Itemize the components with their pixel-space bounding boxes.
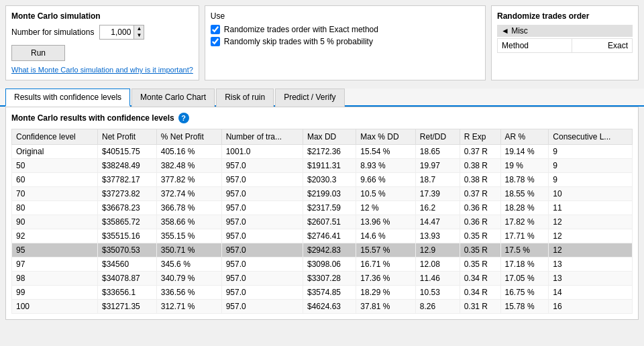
table-cell-4-6: 16.2 (415, 201, 460, 215)
tabs-bar: Results with confidence levels Monte Car… (0, 89, 644, 107)
table-cell-3-3: 957.0 (221, 187, 303, 201)
table-cell-10-3: 957.0 (221, 286, 303, 300)
table-cell-11-1: $31271.35 (98, 300, 157, 314)
misc-header[interactable]: ◄ Misc (497, 25, 633, 37)
table-cell-8-7: 0.35 R (460, 257, 500, 272)
table-cell-1-1: $38248.49 (98, 159, 157, 173)
table-cell-0-4: $2172.36 (303, 145, 356, 159)
table-cell-5-7: 0.36 R (460, 215, 500, 229)
table-cell-1-3: 957.0 (221, 159, 303, 173)
table-cell-0-9: 9 (549, 145, 633, 159)
sim-number-input[interactable]: ▲ ▼ (99, 25, 144, 40)
table-cell-6-2: 355.15 % (156, 229, 221, 243)
info-icon[interactable]: ? (178, 113, 189, 123)
monte-carlo-link[interactable]: What is Monte Carlo simulation and why i… (11, 66, 193, 74)
table-cell-9-4: $3307.28 (303, 272, 356, 286)
th-ret-dd: Ret/DD (415, 129, 460, 145)
table-cell-6-4: $2746.41 (303, 229, 356, 243)
table-cell-9-0: 98 (12, 272, 98, 286)
table-header-row: Confidence level Net Profit % Net Profit… (12, 129, 633, 145)
table-cell-9-5: 17.36 % (356, 272, 416, 286)
misc-header-label: ◄ Misc (501, 26, 528, 36)
table-row: 80$36678.23366.78 %957.0$2317.5912 %16.2… (12, 201, 633, 215)
table-cell-10-9: 14 (549, 286, 633, 300)
table-cell-4-8: 18.28 % (500, 201, 549, 215)
checkbox-skip[interactable] (211, 37, 220, 46)
table-cell-0-3: 1001.0 (221, 145, 303, 159)
table-cell-9-8: 17.05 % (500, 272, 549, 286)
table-cell-9-6: 11.46 (415, 272, 460, 286)
table-cell-7-1: $35070.53 (98, 243, 157, 257)
table-cell-6-6: 13.93 (415, 229, 460, 243)
misc-section: ◄ Misc Method Exact (497, 25, 633, 53)
misc-table: Method Exact (497, 38, 633, 53)
table-cell-1-5: 8.93 % (356, 159, 416, 173)
tab-predict[interactable]: Predict / Verify (275, 89, 344, 107)
checkbox-skip-label: Randomly skip trades with 5 % probabilit… (224, 37, 373, 46)
spin-down[interactable]: ▼ (134, 32, 144, 39)
table-cell-5-1: $35865.72 (98, 215, 157, 229)
table-cell-4-3: 957.0 (221, 201, 303, 215)
table-row: 50$38248.49382.48 %957.0$1911.318.93 %19… (12, 159, 633, 173)
table-cell-11-6: 8.26 (415, 300, 460, 314)
table-cell-6-8: 17.71 % (500, 229, 549, 243)
table-cell-0-0: Original (12, 145, 98, 159)
monte-carlo-panel: Monte Carlo simulation Number for simula… (5, 5, 199, 80)
table-cell-7-5: 15.57 % (356, 243, 416, 257)
table-cell-1-8: 19 % (500, 159, 549, 173)
table-cell-5-5: 13.96 % (356, 215, 416, 229)
table-cell-7-3: 957.0 (221, 243, 303, 257)
tab-results[interactable]: Results with confidence levels (5, 89, 130, 107)
table-cell-2-7: 0.38 R (460, 173, 500, 187)
th-cons-l: Consecutive L... (549, 129, 633, 145)
sim-label: Number for simulations (11, 27, 94, 37)
table-cell-11-5: 37.81 % (356, 300, 416, 314)
method-value-cell: Exact (572, 39, 632, 53)
table-cell-7-2: 350.71 % (156, 243, 221, 257)
table-cell-11-0: 100 (12, 300, 98, 314)
table-cell-2-5: 9.66 % (356, 173, 416, 187)
th-ar-pct: AR % (500, 129, 549, 145)
table-row: 99$33656.1336.56 %957.0$3574.8518.29 %10… (12, 286, 633, 300)
table-cell-4-9: 11 (549, 201, 633, 215)
table-row: 98$34078.87340.79 %957.0$3307.2817.36 %1… (12, 272, 633, 286)
results-section: Monte Carlo results with confidence leve… (5, 107, 639, 320)
table-row: 70$37273.82372.74 %957.0$2199.0310.5 %17… (12, 187, 633, 201)
table-cell-0-8: 19.14 % (500, 145, 549, 159)
spin-arrows: ▲ ▼ (133, 25, 144, 39)
table-cell-3-4: $2199.03 (303, 187, 356, 201)
table-cell-1-6: 19.97 (415, 159, 460, 173)
table-cell-10-5: 18.29 % (356, 286, 416, 300)
tab-chart[interactable]: Monte Carlo Chart (131, 89, 215, 107)
table-cell-6-7: 0.35 R (460, 229, 500, 243)
monte-carlo-title: Monte Carlo simulation (11, 11, 193, 21)
table-cell-7-8: 17.5 % (500, 243, 549, 257)
sim-value-field[interactable] (100, 27, 133, 38)
table-cell-0-2: 405.16 % (156, 145, 221, 159)
table-cell-10-6: 10.53 (415, 286, 460, 300)
table-cell-1-4: $1911.31 (303, 159, 356, 173)
spin-up[interactable]: ▲ (134, 25, 144, 32)
run-button[interactable]: Run (11, 45, 65, 61)
table-cell-0-7: 0.37 R (460, 145, 500, 159)
misc-row: Method Exact (498, 39, 633, 53)
table-cell-11-9: 16 (549, 300, 633, 314)
table-cell-8-9: 13 (549, 257, 633, 272)
table-cell-8-0: 97 (12, 257, 98, 272)
table-cell-1-0: 50 (12, 159, 98, 173)
table-cell-3-7: 0.37 R (460, 187, 500, 201)
table-row: 92$35515.16355.15 %957.0$2746.4114.6 %13… (12, 229, 633, 243)
table-cell-0-5: 15.54 % (356, 145, 416, 159)
table-row: 97$34560345.6 %957.0$3098.0616.71 %12.08… (12, 257, 633, 272)
table-cell-6-5: 14.6 % (356, 229, 416, 243)
table-cell-11-8: 15.78 % (500, 300, 549, 314)
table-cell-5-2: 358.66 % (156, 215, 221, 229)
th-pct-net-profit: % Net Profit (156, 129, 221, 145)
table-cell-6-1: $35515.16 (98, 229, 157, 243)
table-cell-5-6: 14.47 (415, 215, 460, 229)
table-cell-0-1: $40515.75 (98, 145, 157, 159)
table-cell-2-2: 377.82 % (156, 173, 221, 187)
checkbox-randomize[interactable] (211, 25, 220, 34)
tab-ruin[interactable]: Risk of ruin (216, 89, 274, 107)
table-cell-9-7: 0.34 R (460, 272, 500, 286)
